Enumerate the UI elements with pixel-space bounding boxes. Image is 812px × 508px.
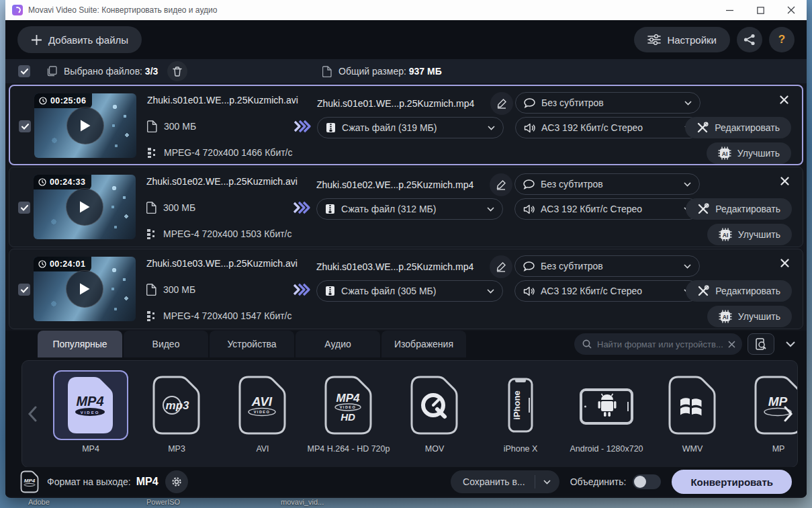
tab-audio[interactable]: Аудио — [296, 331, 380, 357]
share-icon — [743, 34, 756, 46]
source-filename: Zhuki.s01e03.WE...p.25Kuzmich.avi — [146, 258, 300, 269]
edit-button[interactable]: Редактировать — [686, 198, 792, 220]
source-filename: Zhuki.s01e01.WE...p.25Kuzmich.avi — [147, 95, 300, 105]
save-to-button[interactable]: Сохранить в... — [451, 470, 559, 493]
remove-file-button[interactable] — [777, 173, 792, 188]
file-icon — [146, 284, 156, 296]
enhance-button[interactable]: AI Улучшить — [707, 142, 791, 164]
file-checkbox[interactable] — [18, 202, 30, 214]
subtitles-dropdown[interactable]: Без субтитров — [514, 173, 700, 195]
pencil-icon — [496, 261, 506, 272]
merge-toggle[interactable] — [633, 474, 661, 489]
format-label: iPhone X — [504, 444, 538, 454]
convert-button[interactable]: Конвертировать — [672, 470, 792, 494]
remove-file-button[interactable] — [777, 255, 792, 270]
browse-formats-button[interactable] — [748, 333, 774, 355]
close-button[interactable] — [776, 0, 807, 20]
tab-devices[interactable]: Устройства — [210, 331, 294, 357]
audio-dropdown[interactable]: AC3 192 Кбит/с Стерео — [514, 280, 700, 302]
source-info: Zhuki.s01e02.WE...p.25Kuzmich.avi 300 МБ… — [146, 176, 300, 239]
play-button[interactable] — [66, 188, 103, 226]
subtitles-dropdown[interactable]: Без субтитров — [515, 92, 701, 114]
file-checkbox[interactable] — [19, 120, 31, 132]
format-card-mp4[interactable]: MP4 VIDEO MP4 — [48, 370, 134, 467]
file-icon — [322, 66, 332, 77]
select-all-checkbox[interactable] — [18, 65, 30, 77]
tab-video[interactable]: Видео — [124, 331, 208, 357]
format-label: MP4 — [82, 444, 99, 454]
video-thumbnail[interactable]: 00:25:06 — [34, 93, 136, 158]
format-card-iphone-x[interactable]: iPhone iPhone X — [478, 370, 563, 467]
video-thumbnail[interactable]: 00:24:01 — [34, 257, 136, 321]
share-button[interactable] — [737, 27, 762, 52]
rename-button[interactable] — [490, 173, 512, 196]
output-filename: Zhuki.s01e03.WE...p.25Kuzmich.mp4 — [316, 261, 490, 272]
audio-dropdown[interactable]: AC3 192 Кбит/с Стерео — [515, 117, 701, 138]
format-card-avi[interactable]: AVI VIDEO AVI — [220, 370, 306, 467]
speech-bubble-icon — [523, 261, 535, 271]
source-codec: MPEG-4 720x400 1466 Кбит/с — [164, 147, 293, 158]
minimize-button[interactable] — [714, 0, 745, 20]
source-info: Zhuki.s01e01.WE...p.25Kuzmich.avi 300 МБ… — [147, 95, 300, 158]
chevron-down-icon — [786, 341, 795, 347]
edit-button[interactable]: Редактировать — [686, 280, 792, 302]
format-search[interactable] — [574, 333, 742, 355]
close-icon — [780, 177, 789, 185]
compress-dropdown[interactable]: Сжать файл (319 МБ) — [317, 117, 504, 138]
search-input[interactable] — [597, 339, 723, 349]
rename-button[interactable] — [490, 255, 512, 278]
play-button[interactable] — [66, 270, 103, 308]
format-card-mp3[interactable]: mp3 MP3 — [134, 370, 220, 467]
app-window: Movavi Video Suite: Конвертировать видео… — [5, 0, 807, 498]
format-settings-button[interactable] — [165, 470, 188, 493]
svg-text:HD: HD — [341, 411, 355, 423]
output-format-value: MP4 — [136, 476, 159, 488]
tab-images[interactable]: Изображения — [381, 331, 466, 357]
close-icon — [780, 259, 789, 267]
format-card-mp4-hd[interactable]: MP4 VIDEO HD MP4 H.264 - HD 720p — [306, 370, 392, 467]
ai-chip-icon: AI — [719, 310, 732, 323]
remove-file-button[interactable] — [776, 92, 791, 107]
subtitles-dropdown[interactable]: Без субтитров — [514, 255, 700, 277]
svg-text:AI: AI — [723, 314, 729, 321]
carousel-next-button[interactable] — [784, 406, 793, 422]
delete-files-button[interactable] — [167, 61, 187, 81]
format-card-wmv[interactable]: WMV — [649, 370, 735, 467]
window-title: Movavi Video Suite: Конвертировать видео… — [28, 5, 217, 15]
play-icon — [79, 282, 91, 296]
format-label: MOV — [425, 444, 444, 454]
file-checkbox[interactable] — [18, 284, 30, 296]
enhance-button[interactable]: AI Улучшить — [707, 224, 792, 245]
speaker-icon — [524, 123, 535, 133]
desktop-icon-label: Adobe — [28, 498, 50, 506]
compress-icon — [325, 204, 335, 214]
check-icon — [21, 69, 28, 75]
video-thumbnail[interactable]: 00:24:33 — [34, 175, 136, 239]
clear-search-icon[interactable] — [728, 341, 735, 348]
chevron-down-icon — [487, 289, 494, 294]
format-card-mov[interactable]: MOV — [392, 370, 478, 467]
speech-bubble-icon — [523, 179, 535, 189]
enhance-button[interactable]: AI Улучшить — [707, 306, 792, 327]
movavi-logo-icon — [12, 5, 23, 15]
settings-button[interactable]: Настройки — [634, 27, 730, 52]
add-files-button[interactable]: Добавить файлы — [17, 26, 142, 53]
help-button[interactable]: ? — [769, 27, 795, 52]
format-card-android[interactable]: Android - 1280x720 — [563, 370, 649, 467]
rename-button[interactable] — [490, 92, 513, 115]
compress-dropdown[interactable]: Сжать файл (305 МБ) — [316, 280, 503, 302]
compress-dropdown[interactable]: Сжать файл (312 МБ) — [316, 198, 503, 220]
format-label: MP3 — [168, 444, 185, 454]
edit-button[interactable]: Редактировать — [685, 117, 791, 138]
collapse-panel-button[interactable] — [781, 335, 800, 353]
play-button[interactable] — [66, 107, 104, 144]
duration-badge: 00:25:06 — [34, 93, 92, 108]
audio-dropdown[interactable]: AC3 192 Кбит/с Стерео — [514, 198, 700, 220]
android-tablet-icon — [578, 375, 635, 435]
tab-popular[interactable]: Популярные — [38, 331, 122, 357]
source-filename: Zhuki.s01e02.WE...p.25Kuzmich.avi — [146, 176, 300, 187]
svg-text:AI: AI — [722, 151, 728, 157]
check-icon — [21, 205, 28, 211]
maximize-button[interactable] — [745, 0, 776, 20]
carousel-prev-button[interactable] — [28, 406, 37, 422]
